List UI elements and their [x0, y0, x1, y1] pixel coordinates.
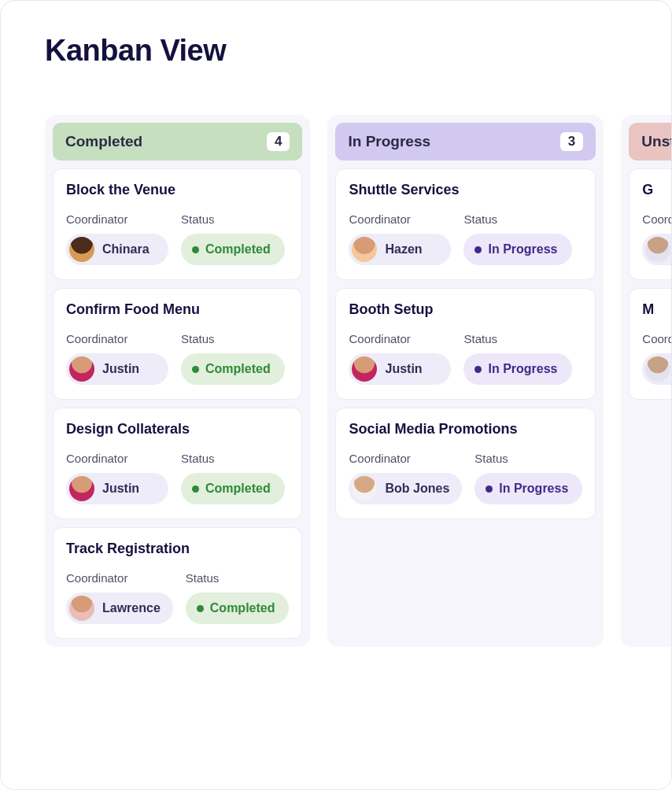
kanban-card[interactable]: Design Collaterals Coordinator Justin St…	[53, 408, 302, 519]
status-text: Completed	[205, 242, 271, 257]
column-header[interactable]: In Progress 3	[335, 123, 596, 161]
field-label: Coordinator	[66, 571, 173, 585]
field-status: Status Completed	[181, 332, 285, 385]
field-label: Coordinator	[349, 212, 451, 226]
avatar	[645, 237, 670, 262]
status-dot-icon	[197, 605, 204, 612]
kanban-card[interactable]: Block the Venue Coordinator Chinara Stat…	[53, 168, 302, 280]
card-title: Booth Setup	[349, 301, 582, 318]
status-text: In Progress	[488, 362, 557, 376]
field-coordinator: Coordinator	[642, 332, 671, 385]
status-pill[interactable]: In Progress	[463, 353, 571, 385]
field-label: Coordinator	[66, 212, 168, 226]
coordinator-pill[interactable]	[642, 353, 671, 385]
kanban-card[interactable]: Booth Setup Coordinator Justin Status	[335, 288, 596, 400]
kanban-card[interactable]: G Coordinator	[629, 168, 671, 280]
field-coordinator: Coordinator Justin	[66, 332, 168, 385]
coordinator-pill[interactable]: Hazen	[349, 234, 451, 265]
coordinator-name: Hazen	[385, 242, 422, 257]
column-count: 3	[560, 132, 583, 151]
status-dot-icon	[486, 485, 493, 493]
field-label: Coordinator	[66, 452, 168, 465]
avatar	[352, 356, 377, 382]
avatar	[69, 476, 94, 501]
column-header[interactable]: Unstarted	[629, 123, 671, 161]
kanban-card[interactable]: Shuttle Services Coordinator Hazen Statu…	[335, 168, 596, 280]
card-title: Block the Venue	[66, 182, 289, 198]
field-coordinator: Coordinator Chinara	[66, 212, 168, 265]
avatar	[352, 237, 377, 262]
status-dot-icon	[192, 485, 199, 493]
status-pill[interactable]: In Progress	[474, 473, 582, 504]
card-title: Shuttle Services	[349, 182, 582, 198]
status-pill[interactable]: Completed	[186, 592, 290, 624]
field-status: Status Completed	[181, 452, 285, 504]
coordinator-pill[interactable]: Justin	[66, 473, 168, 504]
field-status: Status In Progress	[474, 452, 582, 504]
card-fields: Coordinator	[642, 212, 671, 265]
card-fields: Coordinator Hazen Status In Progress	[349, 212, 582, 265]
kanban-board: Completed 4 Block the Venue Coordinator …	[45, 115, 671, 647]
field-label: Status	[181, 212, 285, 226]
field-coordinator: Coordinator Bob Jones	[349, 452, 462, 504]
card-title: M	[642, 301, 671, 318]
kanban-card[interactable]: Track Registration Coordinator Lawrence …	[53, 527, 302, 639]
avatar	[69, 596, 94, 621]
kanban-column-inprogress: In Progress 3 Shuttle Services Coordinat…	[327, 115, 604, 647]
coordinator-pill[interactable]	[642, 234, 671, 265]
status-pill[interactable]: Completed	[181, 234, 285, 265]
status-text: In Progress	[499, 482, 568, 496]
status-text: Completed	[205, 362, 271, 376]
coordinator-name: Chinara	[102, 242, 150, 257]
field-label: Coordinator	[66, 332, 168, 345]
field-status: Status In Progress	[463, 332, 571, 385]
card-fields: Coordinator	[642, 332, 671, 385]
field-coordinator: Coordinator Justin	[66, 452, 168, 504]
card-fields: Coordinator Justin Status Completed	[66, 452, 289, 504]
coordinator-name: Justin	[102, 482, 139, 496]
coordinator-pill[interactable]: Bob Jones	[349, 473, 462, 504]
status-pill[interactable]: Completed	[181, 353, 285, 385]
coordinator-name: Bob Jones	[385, 482, 449, 496]
kanban-card[interactable]: Social Media Promotions Coordinator Bob …	[335, 408, 596, 519]
card-title: G	[642, 182, 671, 198]
field-label: Status	[463, 212, 571, 226]
coordinator-name: Justin	[385, 362, 422, 376]
field-coordinator: Coordinator Hazen	[349, 212, 451, 265]
card-title: Confirm Food Menu	[66, 301, 289, 318]
field-coordinator: Coordinator	[642, 212, 671, 265]
field-label: Coordinator	[349, 332, 451, 345]
status-pill[interactable]: In Progress	[463, 234, 571, 265]
kanban-card[interactable]: Confirm Food Menu Coordinator Justin Sta…	[53, 288, 302, 400]
card-fields: Coordinator Lawrence Status Completed	[66, 571, 289, 624]
kanban-column-completed: Completed 4 Block the Venue Coordinator …	[45, 115, 310, 647]
field-label: Status	[463, 332, 571, 345]
app-frame: Kanban View Completed 4 Block the Venue …	[0, 0, 672, 790]
status-dot-icon	[192, 246, 199, 253]
avatar	[352, 476, 377, 501]
status-pill[interactable]: Completed	[181, 473, 285, 504]
card-title: Social Media Promotions	[349, 421, 582, 437]
coordinator-pill[interactable]: Justin	[349, 353, 451, 385]
card-fields: Coordinator Bob Jones Status In Progress	[349, 452, 582, 504]
coordinator-name: Lawrence	[102, 601, 161, 615]
page-title: Kanban View	[45, 34, 671, 68]
field-label: Status	[474, 452, 582, 465]
kanban-card[interactable]: M Coordinator	[629, 288, 671, 400]
field-coordinator: Coordinator Justin	[349, 332, 451, 385]
column-header[interactable]: Completed 4	[53, 123, 302, 161]
avatar	[645, 356, 670, 382]
status-dot-icon	[192, 366, 199, 373]
status-text: Completed	[205, 482, 271, 496]
coordinator-pill[interactable]: Lawrence	[66, 592, 173, 624]
field-label: Status	[181, 332, 285, 345]
card-fields: Coordinator Justin Status Completed	[66, 332, 289, 385]
kanban-column-unstarted: Unstarted G Coordinator M	[621, 115, 671, 647]
coordinator-pill[interactable]: Justin	[66, 353, 168, 385]
avatar	[69, 237, 94, 262]
column-count: 4	[267, 132, 290, 151]
field-label: Coordinator	[642, 212, 671, 226]
status-text: In Progress	[488, 242, 557, 257]
coordinator-pill[interactable]: Chinara	[66, 234, 168, 265]
card-fields: Coordinator Chinara Status Completed	[66, 212, 289, 265]
